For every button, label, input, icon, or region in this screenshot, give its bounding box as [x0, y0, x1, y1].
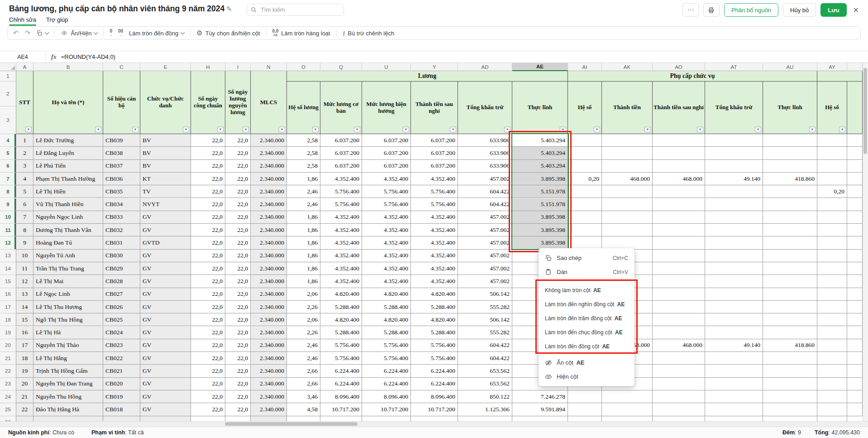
cell-C7[interactable]: CB036: [103, 173, 140, 185]
cell-Q11[interactable]: 4.352.400: [320, 224, 362, 236]
cell-N12[interactable]: 2.340.000: [251, 236, 287, 249]
cell-Y4[interactable]: 6.037.200: [411, 134, 458, 147]
save-button[interactable]: Lưu: [820, 3, 846, 17]
cell-O20[interactable]: 2,46: [287, 339, 320, 352]
cell-partial-13[interactable]: [847, 250, 863, 262]
cell-U6[interactable]: 6.037.200: [362, 160, 411, 173]
cell-AT9[interactable]: [705, 198, 763, 211]
cell-AO13[interactable]: [653, 250, 705, 262]
cell-I8[interactable]: 22,0: [225, 185, 251, 198]
filter-button[interactable]: ▼: [183, 127, 189, 132]
cell-AU8[interactable]: [763, 185, 817, 198]
row-header-11[interactable]: 11: [0, 224, 16, 236]
cell-A12[interactable]: 9: [16, 236, 33, 249]
cell-N5[interactable]: 2.340.000: [251, 147, 287, 159]
cell-H11[interactable]: 22,0: [191, 224, 225, 236]
column-header-AT[interactable]: AT: [705, 63, 763, 71]
cell-AK4[interactable]: [602, 134, 653, 147]
cell-AE8[interactable]: 5.151.978: [512, 185, 568, 198]
context-menu-item-round-3[interactable]: Làm tròn đến chục đồng cột AE: [539, 325, 634, 339]
cell-AK24[interactable]: [602, 390, 653, 403]
cell-H7[interactable]: 22,0: [191, 173, 225, 185]
cell-A15[interactable]: 12: [16, 275, 33, 288]
cell-partial-23[interactable]: [847, 378, 863, 390]
row-header-5[interactable]: 5: [0, 147, 16, 159]
row-header-2[interactable]: 2: [0, 82, 16, 106]
cell-AT6[interactable]: [705, 160, 763, 173]
cell-U16[interactable]: 4.820.400: [362, 288, 411, 301]
cell-AE10[interactable]: 3.895.398: [512, 211, 568, 224]
cell-AK9[interactable]: [602, 198, 653, 211]
cell-B23[interactable]: Nguyễn Thị Đan Trang: [33, 378, 103, 390]
cell-E5[interactable]: BV: [140, 147, 191, 159]
cell-AD25[interactable]: 1.125.306: [458, 403, 512, 416]
cell-U9[interactable]: 5.756.400: [362, 198, 411, 211]
cell-AY24[interactable]: [817, 390, 847, 403]
cell-A19[interactable]: 16: [16, 327, 33, 339]
cell-C18[interactable]: CB025: [103, 313, 140, 326]
filter-button[interactable]: ▼: [312, 127, 319, 132]
cell-Y16[interactable]: 4.820.400: [411, 288, 458, 301]
cell-AO14[interactable]: [653, 262, 705, 275]
column-header-AE[interactable]: AE: [512, 63, 568, 71]
cell-Y17[interactable]: 5.288.400: [411, 301, 458, 313]
cell-AT21[interactable]: [705, 352, 763, 365]
cell-AU19[interactable]: [763, 327, 817, 339]
decrease-decimal-icon[interactable]: 0↓: [110, 29, 112, 37]
cell-N13[interactable]: 2.340.000: [251, 250, 287, 262]
cell-E22[interactable]: GV: [140, 365, 191, 377]
cell-Q16[interactable]: 4.820.400: [320, 288, 362, 301]
cell-AU24[interactable]: [763, 390, 817, 403]
cell-AO25[interactable]: [653, 403, 705, 416]
cell-AT22[interactable]: [705, 365, 763, 377]
row-header-23[interactable]: 23: [0, 378, 16, 390]
cell-AE7[interactable]: 3.895.398: [512, 173, 568, 185]
cell-C20[interactable]: CB023: [103, 339, 140, 352]
cell-AU25[interactable]: [763, 403, 817, 416]
cell-AK10[interactable]: [602, 211, 653, 224]
cell-AT25[interactable]: [705, 403, 763, 416]
cell-AD18[interactable]: 506.142: [458, 313, 512, 326]
filter-button[interactable]: ▼: [809, 127, 816, 132]
cell-I14[interactable]: 22,0: [225, 262, 251, 275]
column-header-B[interactable]: B: [33, 63, 103, 71]
cell-AT23[interactable]: [705, 378, 763, 390]
cell-U24[interactable]: 8.096.400: [362, 390, 411, 403]
cell-AY12[interactable]: [817, 236, 847, 249]
cell-A5[interactable]: 2: [16, 147, 33, 159]
cell-E16[interactable]: GV: [140, 288, 191, 301]
cell-partial-25[interactable]: [847, 403, 863, 416]
cell-C10[interactable]: CB033: [103, 211, 140, 224]
row-header-4[interactable]: 4: [0, 134, 16, 147]
search-box[interactable]: [247, 4, 344, 16]
cell-H16[interactable]: 22,0: [191, 288, 225, 301]
cell-U4[interactable]: 6.037.200: [362, 134, 411, 147]
row-header-7[interactable]: 7: [0, 173, 16, 185]
cell-H24[interactable]: 22,0: [191, 390, 225, 403]
context-menu-item-hide-column[interactable]: Ẩn cột AE: [539, 356, 634, 370]
cell-N10[interactable]: 2.340.000: [251, 211, 287, 224]
column-header-I[interactable]: I: [225, 63, 251, 71]
cell-AU7[interactable]: 418.860: [763, 173, 817, 185]
round-mode-dropdown[interactable]: Làm tròn đến đồng: [129, 30, 184, 37]
cell-AU23[interactable]: [763, 378, 817, 390]
cell-AY26[interactable]: [817, 416, 847, 421]
cell-reference-box[interactable]: AE4: [0, 54, 45, 60]
column-header-partial[interactable]: [847, 63, 863, 71]
cell-A17[interactable]: 14: [16, 301, 33, 313]
cell-AD15[interactable]: 457.002: [458, 275, 512, 288]
cell-O22[interactable]: 2,66: [287, 365, 320, 377]
cell-I19[interactable]: 22,0: [225, 327, 251, 339]
cell-B22[interactable]: Trịnh Thị Hồng Gấm: [33, 365, 103, 377]
cell-Q9[interactable]: 5.756.400: [320, 198, 362, 211]
cell-partial-4[interactable]: [847, 134, 863, 147]
cell-U7[interactable]: 4.352.400: [362, 173, 411, 185]
row-header-18[interactable]: 18: [0, 313, 16, 326]
cell-AO9[interactable]: [653, 198, 705, 211]
cell-O24[interactable]: 3,46: [287, 390, 320, 403]
filter-button[interactable]: ▼: [839, 127, 845, 132]
cell-AI5[interactable]: [568, 147, 602, 159]
cell-Q19[interactable]: 5.288.400: [320, 327, 362, 339]
cell-AK26[interactable]: [602, 416, 653, 421]
cell-AY20[interactable]: [817, 339, 847, 352]
